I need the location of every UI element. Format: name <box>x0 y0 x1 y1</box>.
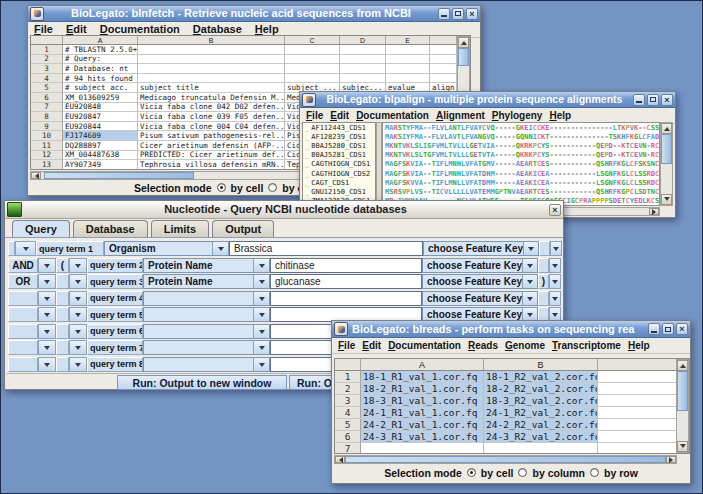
boolean-operator-dropdown[interactable] <box>38 258 56 273</box>
sequence-name[interactable]: _AF112443_CDS1 <box>303 123 375 132</box>
table-cell[interactable] <box>138 45 285 55</box>
aligned-sequence[interactable]: MARSTYFMA--FLVLANTLFVAYCVQ-----GKEICCKE-… <box>383 123 659 132</box>
radio-by-column[interactable] <box>518 468 527 477</box>
menu-file[interactable]: File <box>306 110 323 121</box>
table-cell[interactable]: Vicia faba clone 004 C04 defen... <box>138 122 285 132</box>
blreads-vertical-scrollbar[interactable] <box>676 359 689 453</box>
table-cell[interactable] <box>138 74 285 84</box>
aligned-sequence[interactable]: MAKSIYFMA--FLVLAVTLFVANGVQ-----GQNNICKT-… <box>383 132 659 141</box>
blpalign-titlebar[interactable]: BioLegato: blpalign - multiple protein s… <box>300 92 675 108</box>
table-cell[interactable] <box>598 395 678 407</box>
table-cell[interactable]: 24-2_R1_val_1.cor.fq <box>361 419 484 431</box>
field-select[interactable] <box>143 307 270 322</box>
chevron-down-icon[interactable] <box>253 325 269 338</box>
scroll-up-button[interactable] <box>458 37 469 48</box>
aligned-sequence[interactable]: MAGFSKVVA--TIFLMNLLVFATDMM-----AEAKICEA-… <box>383 178 659 187</box>
sequence-name[interactable]: _CAGTHIOGN_CDS2 <box>303 169 375 178</box>
table-cell[interactable] <box>340 64 386 74</box>
table-cell[interactable] <box>598 443 678 454</box>
boolean-operator-dropdown[interactable] <box>38 307 56 322</box>
table-cell[interactable] <box>598 383 678 395</box>
scroll-track[interactable] <box>661 164 672 194</box>
nucleotide-titlebar[interactable]: Nucleotide - Query NCBI nucleotide datab… <box>5 201 563 219</box>
table-cell[interactable]: Vicia faba clone 039 F05 defen... <box>138 112 285 122</box>
query-value-input[interactable] <box>270 291 422 306</box>
table-cell[interactable]: EU920847 <box>63 112 138 122</box>
aligned-sequence[interactable]: MKNTVKLSLTGFVMLTVLLLGETVTA-----QKRKPCYS-… <box>383 151 659 160</box>
scroll-left-button[interactable] <box>335 456 345 463</box>
menu-file[interactable]: File <box>338 340 355 351</box>
chevron-down-icon[interactable] <box>522 259 537 272</box>
close-button[interactable]: × <box>466 8 478 20</box>
menu-documentation[interactable]: Documentation <box>100 23 180 35</box>
table-cell[interactable] <box>340 45 386 55</box>
table-cell[interactable]: 18-3_R2_val_2.cor.fq <box>484 395 598 407</box>
chevron-down-icon[interactable] <box>253 259 269 272</box>
boolean-operator-dropdown[interactable] <box>38 357 56 372</box>
field-select[interactable] <box>143 357 270 372</box>
table-cell[interactable] <box>138 55 285 65</box>
aligned-sequence[interactable]: MAGFSKVIA--TIFLMNHLVFATGMV-----AEARTCES-… <box>383 160 659 169</box>
maximize-button[interactable] <box>662 323 674 335</box>
paren-dropdown[interactable] <box>69 340 87 355</box>
table-cell[interactable] <box>285 55 340 65</box>
corner-header[interactable] <box>335 359 361 371</box>
field-select[interactable]: Protein Name <box>143 274 270 289</box>
aligned-sequence[interactable]: MSRSVPLVS--TICVLLLLLVATEMMGPTNVAEARTCES-… <box>383 187 659 196</box>
column-header-C[interactable]: C <box>285 36 340 45</box>
field-select[interactable]: Protein Name <box>143 258 270 273</box>
chevron-down-icon[interactable] <box>212 242 228 255</box>
menu-alignment[interactable]: Alignment <box>436 110 485 121</box>
boolean-operator-dropdown[interactable] <box>38 291 56 306</box>
table-cell[interactable]: 24-3_R1_val_1.cor.fq <box>361 431 484 443</box>
table-cell[interactable]: 24-1_R2_val_2.cor.fq <box>484 407 598 419</box>
feature-key-select[interactable]: choose Feature Key <box>422 258 538 273</box>
table-cell[interactable] <box>430 45 457 55</box>
term-options-dropdown[interactable] <box>15 241 36 256</box>
sequence-name[interactable]: _B0AJ5280_CDS1 <box>303 141 375 150</box>
chevron-down-icon[interactable] <box>253 308 269 321</box>
radio-by-row[interactable] <box>590 468 599 477</box>
table-cell[interactable]: # Query: <box>63 55 138 65</box>
chevron-down-icon[interactable] <box>522 292 537 305</box>
radio-by-cell[interactable] <box>467 468 476 477</box>
minimize-button[interactable] <box>438 8 450 20</box>
sequence-name[interactable]: _CAGT_CDS1 <box>303 178 375 187</box>
chevron-down-icon[interactable] <box>253 358 269 371</box>
scroll-track[interactable] <box>677 411 688 441</box>
tab-output[interactable]: Output <box>212 220 274 237</box>
menu-phylogeny[interactable]: Phylogeny <box>492 110 543 121</box>
column-header-extra[interactable] <box>598 359 678 371</box>
table-cell[interactable]: 24-3_R2_val_2.cor.fq <box>484 431 598 443</box>
table-cell[interactable]: 18-2_R2_val_2.cor.fq <box>484 383 598 395</box>
table-cell[interactable] <box>598 407 678 419</box>
paren-dropdown[interactable] <box>69 258 87 273</box>
menu-reads[interactable]: Reads <box>468 340 498 351</box>
scroll-up-button[interactable] <box>661 123 672 134</box>
table-cell[interactable]: PREDICTED: Cicer arietinum def... <box>138 151 285 161</box>
table-cell[interactable]: subject title <box>138 83 285 93</box>
sequence-name[interactable]: _CAGTHIOGN_CDS1 <box>303 160 375 169</box>
scroll-thumb[interactable] <box>677 371 688 411</box>
table-cell[interactable] <box>340 55 386 65</box>
table-cell[interactable]: 24-1_R1_val_1.cor.fq <box>361 407 484 419</box>
table-cell[interactable]: 24-2_R2_val_2.cor.fq <box>484 419 598 431</box>
query-value-input[interactable]: Brassica <box>229 241 423 256</box>
table-cell[interactable]: FJ174609 <box>63 131 138 141</box>
table-cell[interactable] <box>361 443 484 454</box>
blpalign-vertical-scrollbar[interactable] <box>660 122 673 206</box>
table-cell[interactable] <box>430 74 457 84</box>
column-header-A[interactable]: A <box>63 36 138 45</box>
scroll-left-button[interactable] <box>31 172 41 179</box>
table-cell[interactable]: EU920848 <box>63 103 138 113</box>
sequence-name[interactable]: _GNU12150_CDS1 <box>303 187 375 196</box>
tab-limits[interactable]: Limits <box>151 220 209 237</box>
table-cell[interactable]: 18-1_R2_val_2.cor.fq <box>484 371 598 383</box>
table-cell[interactable]: 18-2_R1_val_1.cor.fq <box>361 383 484 395</box>
menu-documentation[interactable]: Documentation <box>388 340 461 351</box>
table-cell[interactable]: AY907349 <box>63 160 138 170</box>
chevron-down-icon[interactable] <box>253 292 269 305</box>
table-cell[interactable]: EU920844 <box>63 122 138 132</box>
aligned-sequence[interactable]: MAGFSKVIA--TIFLMNHLVFATDHM-----AEAKICEA-… <box>383 169 659 178</box>
minimize-button[interactable] <box>633 94 645 106</box>
